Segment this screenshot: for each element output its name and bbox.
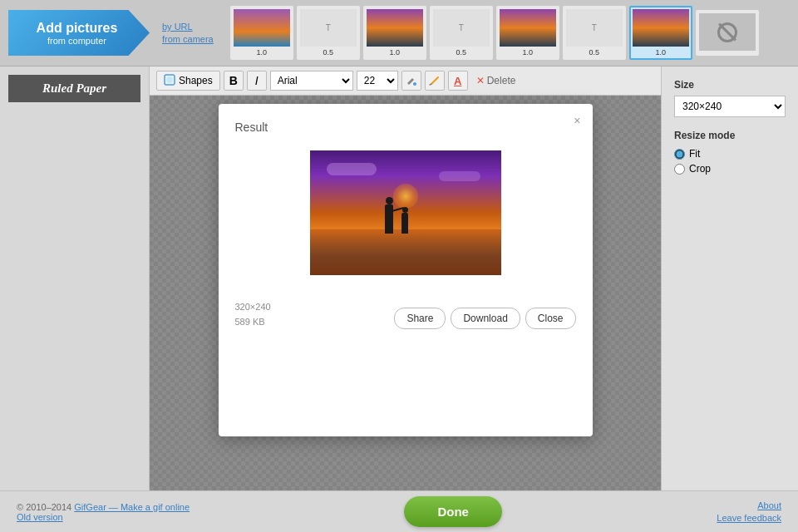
thumbnail-label: 1.0 xyxy=(389,48,400,57)
brand-link[interactable]: GifGear — Make a gif online xyxy=(74,502,190,512)
thumbnail-item[interactable]: 1.0 xyxy=(496,6,559,60)
thumbnail-item[interactable]: T 0.5 xyxy=(430,6,493,60)
font-select[interactable]: Arial Times New Roman Courier New xyxy=(270,71,353,91)
modal-filesize: 589 KB xyxy=(235,315,271,330)
canvas-area: Shapes B I Arial Times New Roman Courier… xyxy=(150,66,661,490)
fit-label: Fit xyxy=(689,148,700,160)
thumbnail-image xyxy=(699,13,756,51)
fit-option[interactable]: Fit xyxy=(674,148,786,160)
header-links: by URL from camera xyxy=(162,22,214,44)
shapes-label: Shapes xyxy=(179,75,213,86)
result-modal: Result × xyxy=(219,104,593,436)
done-button[interactable]: Done xyxy=(404,496,502,527)
modal-footer: 320×240 589 KB Share Download Close xyxy=(235,300,576,329)
about-link[interactable]: About xyxy=(757,500,781,510)
svg-point-2 xyxy=(413,82,416,86)
workspace[interactable]: Result × xyxy=(150,96,661,490)
thumbnail-item[interactable]: T 0.5 xyxy=(297,6,360,60)
footer-right: About Leave feedback xyxy=(717,500,781,523)
thumbnail-image: T xyxy=(300,9,357,47)
by-url-link[interactable]: by URL xyxy=(162,22,214,32)
paint-bucket-button[interactable] xyxy=(401,71,421,91)
thumbnail-item[interactable]: T 0.5 xyxy=(563,6,626,60)
delete-label: Delete xyxy=(487,75,516,86)
old-version-link[interactable]: Old version xyxy=(17,512,63,522)
modal-close-x[interactable]: × xyxy=(574,114,580,127)
text-color-button[interactable]: A xyxy=(448,71,468,91)
resize-mode-label: Resize mode xyxy=(674,130,786,141)
font-size-select[interactable]: 22 12 14 18 24 36 48 xyxy=(357,71,398,91)
thumbnail-image xyxy=(633,9,689,47)
modal-dimensions: 320×240 xyxy=(235,300,271,315)
thumbnail-label: 0.5 xyxy=(456,48,466,57)
download-button[interactable]: Download xyxy=(451,308,520,329)
color-picker-button[interactable] xyxy=(425,71,445,91)
thumbnail-label: 0.5 xyxy=(589,48,599,57)
fit-radio[interactable] xyxy=(674,149,685,160)
resize-mode-section: Resize mode Fit Crop xyxy=(674,130,786,175)
disabled-icon xyxy=(717,22,737,42)
thumbnail-label: 1.0 xyxy=(522,48,533,57)
result-image xyxy=(310,150,501,275)
crop-label: Crop xyxy=(689,163,711,175)
delete-x-icon: ✕ xyxy=(476,75,485,86)
feedback-link[interactable]: Leave feedback xyxy=(717,513,781,523)
crop-option[interactable]: Crop xyxy=(674,163,786,175)
shapes-icon xyxy=(164,74,175,88)
copyright-text: © 2010–2014 xyxy=(17,502,74,512)
copyright-line: © 2010–2014 GifGear — Make a gif online xyxy=(17,502,190,512)
ruled-paper-button[interactable]: Ruled Paper xyxy=(8,75,140,102)
modal-buttons: Share Download Close xyxy=(394,308,575,329)
thumbnail-label: 1.0 xyxy=(256,48,267,57)
footer: © 2010–2014 GifGear — Make a gif online … xyxy=(0,490,798,532)
thumbnail-image xyxy=(367,9,423,47)
thumbnail-image xyxy=(500,9,556,47)
modal-title: Result xyxy=(235,121,576,134)
italic-button[interactable]: I xyxy=(247,71,267,91)
thumbnail-item-active[interactable]: 1.0 xyxy=(629,6,692,60)
svg-point-1 xyxy=(166,76,173,83)
thumbnails-row: 1.0 T 0.5 1.0 T 0.5 1.0 T xyxy=(230,6,790,60)
left-panel: Ruled Paper xyxy=(0,66,150,490)
modal-image-container xyxy=(235,150,576,275)
thumbnail-item-disabled[interactable] xyxy=(696,10,759,56)
modal-overlay: Result × xyxy=(150,96,661,490)
main-area: Ruled Paper Shapes B I Arial Times New R… xyxy=(0,66,798,490)
thumbnail-image: T xyxy=(566,9,623,47)
crop-radio[interactable] xyxy=(674,164,685,175)
shapes-button[interactable]: Shapes xyxy=(156,71,220,91)
thumbnail-item[interactable]: 1.0 xyxy=(230,6,293,60)
share-button[interactable]: Share xyxy=(394,308,446,329)
close-button[interactable]: Close xyxy=(525,308,576,329)
toolbar: Shapes B I Arial Times New Roman Courier… xyxy=(150,66,661,96)
from-camera-link[interactable]: from camera xyxy=(162,34,214,44)
footer-left: © 2010–2014 GifGear — Make a gif online … xyxy=(17,502,190,522)
thumbnail-label: 0.5 xyxy=(323,48,333,57)
add-pictures-button[interactable]: Add pictures from computer xyxy=(8,10,150,56)
thumbnail-image: T xyxy=(433,9,490,47)
thumbnail-label: 1.0 xyxy=(655,48,666,57)
add-pictures-label: Add pictures xyxy=(37,21,118,36)
bold-button[interactable]: B xyxy=(224,71,244,91)
size-label: Size xyxy=(674,79,786,91)
modal-info: 320×240 589 KB xyxy=(235,300,271,329)
delete-button[interactable]: ✕ Delete xyxy=(471,73,521,88)
thumbnail-image xyxy=(234,9,290,47)
right-panel: Size 320×240 640×480 800×600 1024×768 Re… xyxy=(661,66,798,490)
thumbnail-item[interactable]: 1.0 xyxy=(363,6,426,60)
header: Add pictures from computer by URL from c… xyxy=(0,0,798,66)
size-select[interactable]: 320×240 640×480 800×600 1024×768 xyxy=(674,96,786,117)
add-pictures-sublabel: from computer xyxy=(47,36,106,46)
